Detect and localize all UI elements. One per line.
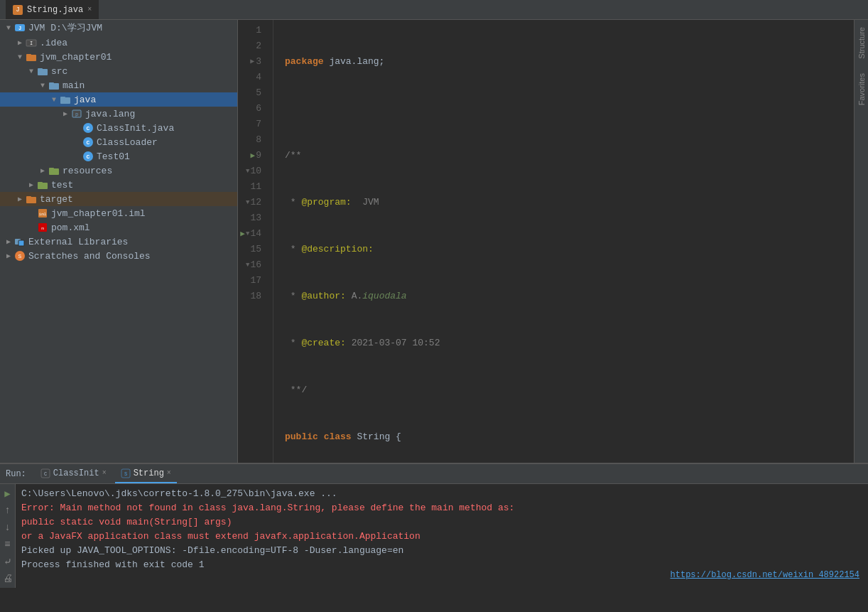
jvm-label: JVM D:\学习JVM [28, 21, 102, 34]
line-numbers: 1 2 ▶3 4 5 6 7 8 ▶9 ▼10 11 [238, 20, 273, 463]
tree-arrow-main [37, 82, 48, 90]
run-scroll-down-button[interactable]: ↓ [1, 521, 14, 534]
tree-item-idea[interactable]: I .idea [0, 36, 237, 50]
svg-text:J: J [18, 26, 21, 31]
idea-label: .idea [40, 38, 67, 48]
bottom-tab-string[interactable]: S String × [115, 464, 177, 483]
tree-arrow-src [26, 68, 37, 75]
favorites-vert-label[interactable]: Favorites [856, 69, 867, 109]
tree-item-ext-lib[interactable]: External Libraries [0, 235, 237, 249]
target-folder-icon [26, 193, 37, 205]
tree-arrow-java [48, 96, 60, 104]
test01-label: Test01 [97, 151, 130, 162]
svg-rect-7 [38, 68, 43, 70]
ext-lib-label: External Libraries [28, 237, 128, 247]
tree-arrow-test [26, 181, 37, 189]
tree-item-pom[interactable]: m pom.xml [0, 220, 237, 235]
watermark-link[interactable]: https://blog.csdn.net/weixin_48922154 [671, 568, 859, 582]
svg-rect-31 [18, 240, 24, 246]
string-tab-close[interactable]: × [167, 469, 171, 477]
run-label: Run: [6, 469, 26, 479]
scratches-label: Scratches and Consoles [28, 251, 151, 262]
tree-arrow-resources [37, 166, 48, 175]
ln-10: ▼10 [238, 163, 267, 179]
svg-rect-9 [49, 82, 54, 85]
ln-12: ▼12 [238, 195, 267, 210]
java-src-folder-icon [60, 94, 71, 105]
pom-label: pom.xml [51, 222, 90, 233]
svg-text:p: p [75, 112, 78, 117]
string-tab-label: String [134, 468, 164, 478]
ln-13: 13 [238, 210, 267, 226]
jvm-project-icon: J [14, 22, 26, 33]
code-line-1: package java.lang; [285, 54, 854, 70]
main-folder-icon [48, 80, 60, 91]
tree-item-iml[interactable]: iml jvm_chapter01.iml [0, 206, 237, 220]
tree-item-scratches[interactable]: S Scratches and Consoles [0, 249, 237, 263]
classinit-tab-close[interactable]: × [102, 469, 107, 477]
console-line-5: Picked up JAVA_TOOL_OPTIONS: -Dfile.enco… [21, 544, 862, 558]
run-play-button[interactable]: ▶ [1, 487, 14, 500]
console-body: ▶ ↑ ↓ ≡ ⤶ 🖨 C:\Users\Lenovo\.jdks\corret… [0, 484, 868, 588]
tree-arrow-target [14, 195, 26, 203]
svg-text:iml: iml [39, 212, 47, 217]
svg-rect-5 [26, 54, 31, 56]
project-sidebar: J JVM D:\学习JVM I .idea [0, 20, 238, 463]
tab-close-button[interactable]: × [87, 6, 92, 14]
ln-9: ▶9 [238, 148, 267, 163]
classinit-tab-icon: C [40, 468, 50, 478]
structure-vert-label[interactable]: Structure [856, 23, 867, 63]
code-line-6: * @author: A.iquodala [285, 289, 854, 304]
tree-item-main[interactable]: main [0, 78, 237, 92]
target-label: target [40, 194, 73, 205]
chapter01-label: jvm_chapter01 [40, 52, 112, 63]
run-filter-button[interactable]: ≡ [1, 538, 14, 551]
code-line-9: public class String { [285, 429, 854, 445]
tree-item-jvm[interactable]: J JVM D:\学习JVM [0, 20, 237, 36]
code-line-2 [285, 101, 854, 117]
java-lang-label: java.lang [85, 109, 135, 119]
code-container[interactable]: 1 2 ▶3 4 5 6 7 8 ▶9 ▼10 11 [238, 20, 854, 463]
svg-text:C: C [87, 125, 90, 131]
tree-arrow-jvm [3, 24, 14, 32]
run-wrap-button[interactable]: ⤶ [1, 555, 14, 568]
tree-item-classloader[interactable]: C ClassLoader [0, 135, 237, 149]
run-scroll-up-button[interactable]: ↑ [1, 504, 14, 517]
run-side-buttons: ▶ ↑ ↓ ≡ ⤶ 🖨 [0, 484, 16, 588]
main-label: main [63, 80, 85, 91]
svg-text:C: C [87, 154, 90, 160]
top-tab-bar: J String.java × [0, 0, 868, 20]
ln-2: 2 [238, 38, 267, 54]
svg-text:S: S [18, 253, 22, 259]
ln-14: ▶ ▼14 [238, 226, 267, 242]
main-content: J JVM D:\学习JVM I .idea [0, 20, 868, 463]
string-tab-icon: S [121, 468, 131, 478]
tree-item-classinit[interactable]: C ClassInit.java [0, 121, 237, 135]
tree-item-src[interactable]: src [0, 64, 237, 78]
editor-area: 1 2 ▶3 4 5 6 7 8 ▶9 ▼10 11 [238, 20, 854, 463]
tree-arrow-scratches [3, 252, 14, 260]
tree-item-test01[interactable]: C Test01 [0, 149, 237, 163]
console-line-1: C:\Users\Lenovo\.jdks\corretto-1.8.0_275… [21, 487, 862, 501]
run-print-button[interactable]: 🖨 [1, 572, 14, 585]
code-line-8: **/ [285, 382, 854, 398]
bottom-tab-classinit[interactable]: C ClassInit × [35, 464, 112, 483]
tree-arrow-idea [14, 38, 26, 47]
code-editor[interactable]: package java.lang; /** * @program: JVM *… [273, 20, 854, 463]
src-label: src [51, 66, 67, 77]
tree-item-chapter01[interactable]: jvm_chapter01 [0, 50, 237, 64]
tree-item-target[interactable]: target [0, 192, 237, 206]
tree-item-resources[interactable]: resources [0, 163, 237, 178]
ln-1: 1 [238, 23, 267, 38]
editor-tab-string[interactable]: J String.java × [6, 0, 99, 19]
tree-item-java[interactable]: java [0, 92, 237, 107]
ln-17: 17 [238, 273, 267, 289]
console-output: C:\Users\Lenovo\.jdks\corretto-1.8.0_275… [16, 484, 868, 588]
tree-item-java-lang[interactable]: p java.lang [0, 107, 237, 121]
idea-folder-icon: I [26, 37, 37, 48]
svg-rect-25 [26, 196, 31, 198]
classinit-label: ClassInit.java [97, 123, 174, 134]
iml-file-icon: iml [37, 208, 48, 219]
tree-item-test[interactable]: test [0, 178, 237, 192]
bottom-panel: Run: C ClassInit × S Stri [0, 463, 868, 612]
